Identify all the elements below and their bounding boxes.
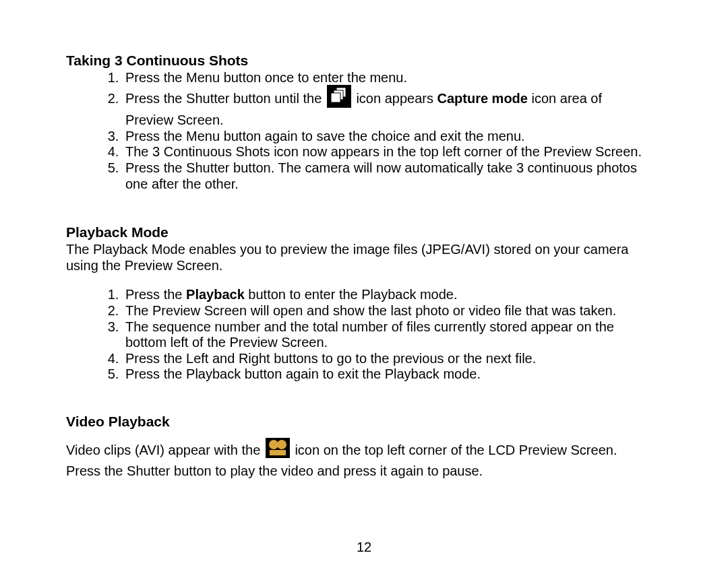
video-clip-icon [266,438,290,462]
playback-list: Press the Playback button to enter the P… [66,287,662,383]
continuous-shots-list: Press the Menu button once to enter the … [66,70,662,192]
manual-page: Taking 3 Continuous Shots Press the Menu… [0,0,728,582]
list-item: Press the Playback button again to exit … [123,366,662,383]
list-item: Press the Left and Right buttons to go t… [123,351,662,367]
list-item: Press the Shutter button. The camera wil… [123,160,662,192]
svg-point-6 [277,440,286,449]
list-item: The 3 Continuous Shots icon now appears … [123,144,662,160]
list-item: The Preview Screen will open and show th… [123,303,662,319]
heading-video-playback: Video Playback [66,414,662,430]
list-item: Press the Shutter button until the icon … [123,86,662,129]
svg-rect-7 [270,450,286,455]
text-fragment: icon on the top left corner of the LCD P… [295,443,617,457]
video-playback-text-2: Press the Shutter button to play the vid… [66,463,662,480]
svg-rect-3 [331,93,340,102]
text-fragment: Press the [125,287,186,302]
text-fragment: Video clips (AVI) appear with the [66,443,264,457]
playback-intro: The Playback Mode enables you to preview… [66,242,662,273]
text-fragment: Press the Shutter button until the [125,91,326,106]
continuous-shots-icon [327,85,351,112]
list-item: The sequence number and the total number… [123,319,662,351]
list-item: Press the Menu button again to save the … [123,129,662,145]
text-fragment: button to enter the Playback mode. [245,287,458,302]
heading-continuous-shots: Taking 3 Continuous Shots [66,53,662,69]
list-item: Press the Playback button to enter the P… [123,287,662,303]
text-bold: Capture mode [437,91,528,106]
svg-point-5 [269,440,278,449]
page-number: 12 [0,540,728,555]
heading-playback-mode: Playback Mode [66,224,662,240]
video-playback-text: Video clips (AVI) appear with the icon o… [66,439,662,463]
list-item: Press the Menu button once to enter the … [123,70,662,86]
text-bold: Playback [186,287,245,302]
text-fragment: icon appears [356,91,437,106]
